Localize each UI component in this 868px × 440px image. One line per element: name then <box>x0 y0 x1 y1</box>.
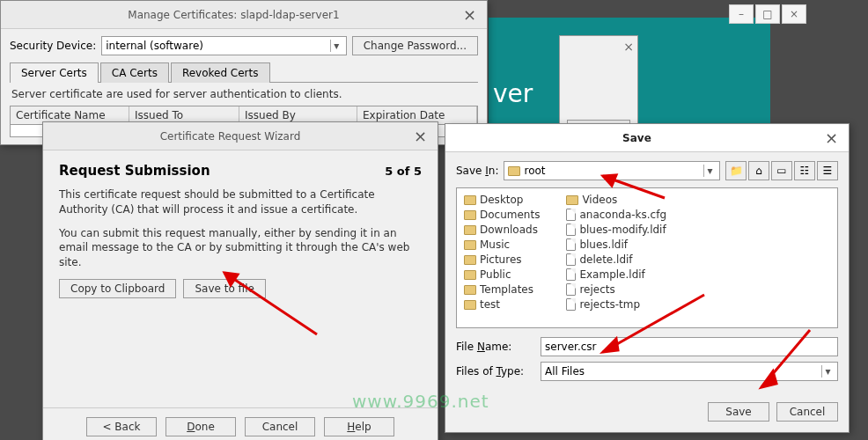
combo-value: root <box>524 165 545 177</box>
file-icon <box>566 298 576 311</box>
file-icon <box>566 253 576 266</box>
folder-icon <box>464 300 476 310</box>
tab-revoked-certs[interactable]: Revoked Certs <box>171 62 270 83</box>
chevron-down-icon: ▾ <box>330 40 342 52</box>
dialog-title: Manage Certificates: slapd-ldap-server1 <box>8 9 460 21</box>
item-label: blues.ldif <box>579 238 628 251</box>
save-dialog: Save × Save In: root ▾ 📁 ⌂ ▭ ☷ ☰ Desktop… <box>445 123 850 433</box>
item-label: blues-modify.ldif <box>579 224 666 236</box>
wizard-step: 5 of 5 <box>385 165 422 178</box>
close-icon[interactable]: × <box>623 40 634 54</box>
close-button[interactable]: × <box>782 4 806 24</box>
list-item[interactable]: test <box>464 298 540 311</box>
tab-ca-certs[interactable]: CA Certs <box>100 62 169 83</box>
save-button[interactable]: Save <box>708 402 769 422</box>
list-item[interactable]: Videos <box>566 194 666 206</box>
cancel-button[interactable]: Cancel <box>776 402 838 422</box>
security-device-combo[interactable]: internal (software) ▾ <box>101 36 347 55</box>
save-to-file-button[interactable]: Save to file <box>183 279 265 298</box>
item-label: Public <box>480 268 511 281</box>
item-label: Desktop <box>480 194 524 206</box>
file-icon <box>566 238 576 251</box>
folder-icon <box>464 240 476 250</box>
item-label: test <box>480 298 500 311</box>
detail-view-icon: ☰ <box>823 165 833 177</box>
change-password-button[interactable]: Change Password... <box>352 36 478 55</box>
home-icon: ⌂ <box>755 165 762 177</box>
file-list[interactable]: DesktopDocumentsDownloadsMusicPicturesPu… <box>456 187 838 328</box>
list-item[interactable]: Example.ldif <box>566 268 666 281</box>
folder-icon <box>508 166 520 176</box>
new-folder-button[interactable]: ▭ <box>771 161 792 180</box>
file-icon <box>566 224 576 236</box>
folder-icon <box>464 270 476 280</box>
list-item[interactable]: Documents <box>464 209 540 221</box>
list-item[interactable]: Templates <box>464 283 540 296</box>
list-item[interactable]: rejects <box>566 283 666 296</box>
titlebar: Save × <box>445 124 849 152</box>
detail-view-button[interactable]: ☰ <box>817 161 838 180</box>
item-label: Templates <box>480 283 533 296</box>
watermark: www.9969.net <box>352 391 489 412</box>
list-item[interactable]: Pictures <box>464 253 540 266</box>
file-icon <box>566 283 576 296</box>
item-label: Pictures <box>480 253 522 266</box>
item-label: rejects-tmp <box>579 298 640 311</box>
tab-server-certs[interactable]: Server Certs <box>10 62 99 83</box>
save-in-combo[interactable]: root ▾ <box>504 161 720 180</box>
folder-icon <box>464 285 476 295</box>
new-folder-icon: ▭ <box>776 165 786 177</box>
combo-value: internal (software) <box>106 40 203 52</box>
item-label: delete.ldif <box>579 253 632 266</box>
wizard-para1: This certificate request should be submi… <box>59 187 422 217</box>
item-label: Example.ldif <box>579 268 644 281</box>
list-item[interactable]: blues-modify.ldif <box>566 224 666 236</box>
folder-icon <box>464 210 476 220</box>
back-button[interactable]: < Back <box>86 417 157 436</box>
close-icon[interactable]: × <box>821 128 842 147</box>
combo-value: All Files <box>545 365 585 378</box>
list-item[interactable]: delete.ldif <box>566 253 666 266</box>
save-in-label: Save In: <box>456 165 498 177</box>
list-item[interactable]: Desktop <box>464 194 540 206</box>
maximize-button[interactable]: □ <box>755 4 780 24</box>
cancel-button[interactable]: Cancel <box>245 417 315 436</box>
list-item[interactable]: blues.ldif <box>566 238 666 251</box>
home-button[interactable]: ⌂ <box>748 161 769 180</box>
tabs: Server Certs CA Certs Revoked Certs <box>10 62 478 83</box>
copy-to-clipboard-button[interactable]: Copy to Clipboard <box>59 279 176 298</box>
close-icon[interactable]: × <box>460 5 480 24</box>
folder-up-icon: 📁 <box>730 165 743 177</box>
window-controls: – □ × <box>729 4 806 24</box>
filetype-combo[interactable]: All Files ▾ <box>541 362 838 381</box>
item-label: Videos <box>582 194 617 206</box>
tab-description: Server certificate are used for server a… <box>10 83 478 106</box>
dialog-title: Certificate Request Wizard <box>50 130 410 143</box>
dialog-title: Save <box>452 132 821 144</box>
up-folder-button[interactable]: 📁 <box>725 161 747 180</box>
item-label: Documents <box>480 209 540 221</box>
filetype-label: Files of Type: <box>456 365 535 378</box>
background-text: ver <box>493 79 533 108</box>
item-label: anaconda-ks.cfg <box>579 209 666 221</box>
folder-icon <box>464 225 476 235</box>
list-item[interactable]: rejects-tmp <box>566 298 666 311</box>
close-icon[interactable]: × <box>410 127 430 145</box>
chevron-down-icon: ▾ <box>821 365 834 378</box>
list-item[interactable]: Public <box>464 268 540 281</box>
done-button[interactable]: Done <box>166 417 236 436</box>
list-item[interactable]: Music <box>464 238 540 251</box>
help-button[interactable]: Help <box>324 417 394 436</box>
open-panel: × Open <box>559 35 638 136</box>
list-item[interactable]: anaconda-ks.cfg <box>566 209 666 221</box>
folder-icon <box>566 195 578 205</box>
wizard-para2: You can submit this request manually, ei… <box>59 226 422 270</box>
list-item[interactable]: Downloads <box>464 224 540 236</box>
file-icon <box>566 268 576 281</box>
list-view-button[interactable]: ☷ <box>794 161 815 180</box>
filename-input[interactable] <box>541 337 838 356</box>
item-label: Downloads <box>480 224 538 236</box>
minimize-button[interactable]: – <box>729 4 754 24</box>
item-label: Music <box>480 238 510 251</box>
file-icon <box>566 209 576 221</box>
